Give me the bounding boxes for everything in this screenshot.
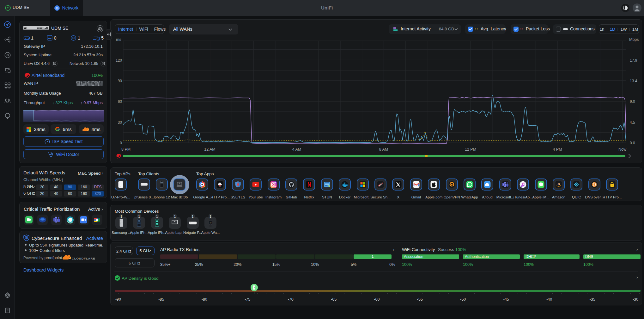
- svg-text:0: 0: [54, 35, 57, 41]
- svg-text:1: 1: [78, 35, 80, 41]
- svg-text:18: 18: [210, 222, 211, 224]
- svg-text:5: 5: [101, 35, 104, 41]
- svg-text:a: a: [558, 182, 560, 186]
- svg-text:1: 1: [31, 35, 33, 41]
